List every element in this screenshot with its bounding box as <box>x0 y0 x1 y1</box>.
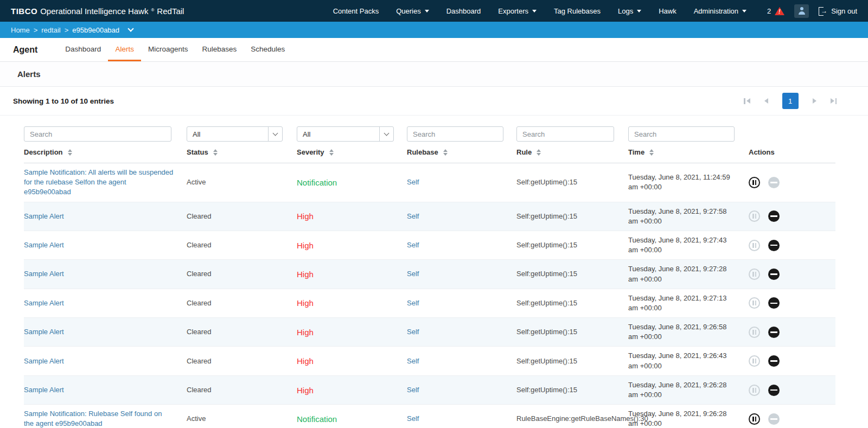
section-title: Alerts <box>17 69 41 79</box>
tab-alerts[interactable]: Alerts <box>108 38 141 61</box>
pause-alert-icon[interactable] <box>749 177 760 188</box>
sort-icon[interactable] <box>329 149 334 156</box>
sort-icon[interactable] <box>537 149 541 156</box>
chevron-down-icon <box>532 10 537 12</box>
clear-alert-icon[interactable] <box>768 210 780 222</box>
rulebase-filter-input[interactable] <box>407 126 503 142</box>
column-header-status[interactable]: Status <box>187 146 297 163</box>
alerts-table: All All Description Status Severity Rule… <box>0 116 868 428</box>
signout-button[interactable]: Sign out <box>819 7 857 15</box>
alert-description-link[interactable]: Sample Notification: Rulebase Self found… <box>24 410 162 427</box>
breadcrumb-home[interactable]: Home <box>11 26 30 34</box>
rulebase-cell: Self <box>407 236 516 254</box>
sort-icon[interactable] <box>68 149 72 156</box>
column-header-rule[interactable]: Rule <box>516 146 628 163</box>
nav-hawk[interactable]: Hawk <box>659 7 676 15</box>
description-filter-input[interactable] <box>24 126 171 142</box>
alert-status: Cleared <box>187 207 297 226</box>
alert-description-link[interactable]: Sample Alert <box>24 357 64 365</box>
last-page-icon[interactable] <box>831 98 837 104</box>
alert-time: Tuesday, June 8, 2021, 9:26:28 am +00:00 <box>628 376 749 404</box>
alert-rule: Self:getUptime():15 <box>516 323 628 341</box>
alert-description-cell: Sample Alert <box>24 294 187 312</box>
nav-administration[interactable]: Administration <box>694 7 746 15</box>
tab-schedules[interactable]: Schedules <box>244 38 292 61</box>
brand-suffix-text: RedTail <box>157 7 184 16</box>
alert-description-link[interactable]: Sample Alert <box>24 270 64 278</box>
alert-description-link[interactable]: Sample Alert <box>24 241 64 249</box>
breadcrumb-agent[interactable]: e95b9e00abad <box>72 26 119 34</box>
page-title: Agent <box>13 45 37 55</box>
sort-icon[interactable] <box>443 149 448 156</box>
breadcrumb-redtail[interactable]: redtail <box>41 26 60 34</box>
alert-severity: High <box>297 293 407 313</box>
nav-label: Logs <box>618 7 633 15</box>
alert-description-link[interactable]: Sample Alert <box>24 386 64 394</box>
nav-dashboard[interactable]: Dashboard <box>446 7 481 15</box>
column-label: Actions <box>749 148 775 156</box>
rule-filter-input[interactable] <box>516 126 614 142</box>
alert-description-link[interactable]: Sample Alert <box>24 299 64 307</box>
current-page-button[interactable]: 1 <box>782 93 799 109</box>
next-page-icon[interactable] <box>813 98 816 104</box>
pause-alert-icon <box>749 269 760 280</box>
column-header-severity[interactable]: Severity <box>297 146 407 163</box>
alert-status: Active <box>187 173 297 191</box>
sort-icon[interactable] <box>213 149 218 156</box>
clear-alert-icon[interactable] <box>768 385 780 396</box>
pause-alert-icon[interactable] <box>749 413 760 425</box>
alert-description-link[interactable]: Sample Alert <box>24 328 64 336</box>
pagination: 1 <box>744 93 837 109</box>
status-filter-select[interactable]: All <box>187 126 283 142</box>
rulebase-link[interactable]: Self <box>407 178 419 186</box>
tab-microagents[interactable]: Microagents <box>141 38 195 61</box>
nav-label: Dashboard <box>446 7 481 15</box>
time-filter-input[interactable] <box>628 126 735 142</box>
clear-alert-icon[interactable] <box>768 240 780 251</box>
alert-status: Cleared <box>187 294 297 312</box>
column-label: Status <box>187 148 208 156</box>
nav-queries[interactable]: Queries <box>396 7 429 15</box>
column-label: Severity <box>297 148 324 156</box>
column-header-description[interactable]: Description <box>24 146 187 163</box>
rulebase-link[interactable]: Self <box>407 241 419 249</box>
alert-actions <box>749 293 835 313</box>
rulebase-cell: Self <box>407 352 516 370</box>
user-menu-button[interactable] <box>794 4 809 18</box>
column-label: Rulebase <box>407 148 438 156</box>
rulebase-link[interactable]: Self <box>407 270 419 278</box>
rulebase-link[interactable]: Self <box>407 299 419 307</box>
severity-filter-select[interactable]: All <box>297 126 394 142</box>
nav-content-packs[interactable]: Content Packs <box>333 7 379 15</box>
clear-alert-icon[interactable] <box>768 355 780 367</box>
alert-time: Tuesday, June 8, 2021, 9:27:58 am +00:00 <box>628 202 749 231</box>
alert-severity: High <box>297 206 407 226</box>
alerts-indicator[interactable]: 2 <box>767 7 784 15</box>
rulebase-link[interactable]: Self <box>407 357 419 365</box>
clear-alert-icon[interactable] <box>768 297 780 309</box>
chevron-down-icon <box>637 10 641 12</box>
nav-logs[interactable]: Logs <box>618 7 641 15</box>
column-header-time[interactable]: Time <box>628 146 749 163</box>
nav-tag-rulebases[interactable]: Tag Rulebases <box>554 7 601 15</box>
nav-exporters[interactable]: Exporters <box>498 7 537 15</box>
rulebase-link[interactable]: Self <box>407 212 419 220</box>
clear-alert-icon <box>768 177 780 188</box>
clear-alert-icon[interactable] <box>768 269 780 280</box>
rulebase-link[interactable]: Self <box>407 414 419 423</box>
sort-icon[interactable] <box>649 149 654 156</box>
brand-product-text: Operational Intelligence Hawk <box>40 7 148 16</box>
rulebase-link[interactable]: Self <box>407 328 419 336</box>
alert-description-link[interactable]: Sample Notification: All alerts will be … <box>24 168 173 196</box>
column-header-rulebase[interactable]: Rulebase <box>407 146 516 163</box>
breadcrumb-dropdown-icon[interactable] <box>127 25 133 31</box>
chevron-down-icon <box>268 127 282 141</box>
clear-alert-icon[interactable] <box>768 327 780 338</box>
tab-dashboard[interactable]: Dashboard <box>58 38 108 61</box>
prev-page-icon[interactable] <box>764 98 768 104</box>
tab-rulebases[interactable]: Rulebases <box>195 38 244 61</box>
alert-actions <box>749 322 835 342</box>
rulebase-link[interactable]: Self <box>407 386 419 394</box>
alert-description-link[interactable]: Sample Alert <box>24 212 64 220</box>
first-page-icon[interactable] <box>744 98 750 104</box>
